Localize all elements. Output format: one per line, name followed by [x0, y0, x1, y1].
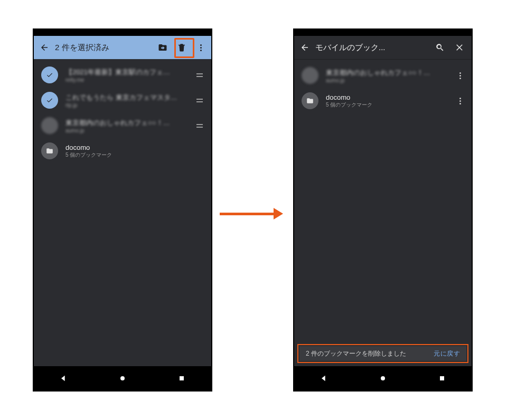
check-icon [46, 71, 53, 79]
more-vert-icon [200, 44, 202, 51]
arrow-back-icon [40, 43, 49, 52]
appbar-title: モバイルのブック... [315, 43, 433, 53]
folder-indicator[interactable] [41, 142, 58, 159]
svg-point-2 [381, 376, 385, 380]
overflow-button[interactable] [193, 40, 208, 55]
move-button[interactable] [155, 40, 170, 55]
drag-icon [196, 124, 203, 128]
nav-home[interactable] [379, 374, 387, 383]
row-overflow[interactable] [454, 98, 466, 104]
selection-appbar: 2 件を選択済み [34, 36, 211, 59]
folder-icon [46, 147, 53, 155]
undo-button[interactable]: 元に戻す [434, 349, 460, 358]
bookmark-list: 【2021年最新】東京駅のカフェ… retty.me これでもうたら 東京カフェ… [34, 59, 211, 164]
bookmark-folder-row[interactable]: docomo 5 個のブックマーク [294, 88, 472, 113]
nav-recents-icon [438, 374, 446, 383]
folder-title: docomo [65, 144, 206, 151]
move-folder-icon [158, 43, 167, 52]
selected-indicator[interactable] [41, 66, 58, 83]
folder-indicator[interactable] [302, 92, 318, 109]
folder-subtitle: 5 個のブックマーク [65, 151, 206, 159]
close-icon [455, 43, 465, 52]
screen-right: モバイルのブック... 東京都内のおしゃれカフェ○○！… aumo.jp [294, 36, 472, 366]
nav-back[interactable] [59, 374, 68, 383]
bookmark-subtitle: retty.me [65, 77, 193, 83]
trash-icon [177, 43, 186, 52]
bookmark-subtitle: rtp.jp [65, 102, 193, 108]
back-button[interactable] [294, 40, 315, 55]
bookmark-title: 【2021年最新】東京駅のカフェ… [65, 68, 193, 77]
arrow-back-icon [300, 43, 309, 52]
drag-icon [196, 99, 203, 102]
folder-subtitle: 5 個のブックマーク [326, 101, 454, 109]
phone-right-frame: モバイルのブック... 東京都内のおしゃれカフェ○○！… aumo.jp [293, 28, 473, 392]
search-button[interactable] [433, 40, 447, 55]
delete-snackbar: 2 件のブックマークを削除しました 元に戻す [299, 346, 466, 361]
svg-rect-1 [180, 376, 184, 380]
drag-handle[interactable] [193, 73, 206, 77]
bookmarks-appbar: モバイルのブック... [294, 36, 472, 60]
search-icon [435, 43, 445, 52]
highlight-snackbar: 2 件のブックマークを削除しました 元に戻す [297, 344, 468, 363]
nav-home-icon [118, 374, 127, 383]
bookmark-subtitle: aumo.jp [65, 128, 193, 133]
nav-home-icon [379, 374, 387, 383]
nav-home[interactable] [118, 374, 127, 383]
favicon-placeholder[interactable] [302, 67, 318, 84]
nav-back-icon [59, 374, 68, 383]
drag-handle[interactable] [193, 124, 206, 128]
bookmark-title: 東京都内のおしゃれカフェ○○！… [326, 68, 454, 78]
system-nav-bar [34, 366, 211, 390]
bookmark-row[interactable]: これでもうたら 東京カフェマスタ… rtp.jp [34, 88, 211, 113]
system-nav-bar [294, 366, 472, 390]
arrow-shaft [220, 213, 274, 215]
bookmark-subtitle: aumo.jp [326, 78, 454, 83]
nav-back[interactable] [320, 374, 328, 383]
bookmark-row[interactable]: 【2021年最新】東京駅のカフェ… retty.me [34, 62, 211, 88]
delete-button[interactable] [174, 40, 189, 55]
check-icon [46, 97, 53, 104]
favicon-placeholder[interactable] [41, 117, 58, 134]
svg-rect-3 [440, 376, 444, 380]
svg-point-0 [120, 376, 125, 380]
nav-recents[interactable] [438, 374, 446, 383]
transition-arrow [220, 206, 283, 222]
arrow-head-icon [274, 208, 283, 219]
selection-count-title: 2 件を選択済み [55, 43, 155, 53]
folder-title: docomo [326, 93, 454, 101]
bookmark-row[interactable]: 東京都内のおしゃれカフェ○○！… aumo.jp [294, 63, 472, 88]
selected-indicator[interactable] [41, 92, 58, 109]
bookmark-title: 東京都内のおしゃれカフェ○○！… [65, 118, 193, 128]
bookmark-title: これでもうたら 東京カフェマスタ… [65, 93, 193, 102]
bookmark-list: 東京都内のおしゃれカフェ○○！… aumo.jp docomo 5 個のブックマ… [294, 60, 472, 113]
nav-recents-icon [177, 374, 186, 383]
bookmark-folder-row[interactable]: docomo 5 個のブックマーク [34, 138, 211, 164]
bookmark-row[interactable]: 東京都内のおしゃれカフェ○○！… aumo.jp [34, 113, 211, 138]
snackbar-message: 2 件のブックマークを削除しました [306, 349, 434, 358]
phone-left-frame: 2 件を選択済み [33, 28, 212, 392]
drag-icon [196, 73, 203, 77]
more-vert-icon [459, 98, 461, 104]
nav-back-icon [320, 374, 328, 383]
row-overflow[interactable] [454, 72, 466, 79]
nav-recents[interactable] [177, 374, 186, 383]
drag-handle[interactable] [193, 99, 206, 102]
screen-left: 2 件を選択済み [34, 36, 211, 366]
back-button[interactable] [34, 40, 55, 55]
close-button[interactable] [453, 40, 467, 55]
folder-icon [306, 97, 314, 104]
more-vert-icon [459, 72, 461, 79]
